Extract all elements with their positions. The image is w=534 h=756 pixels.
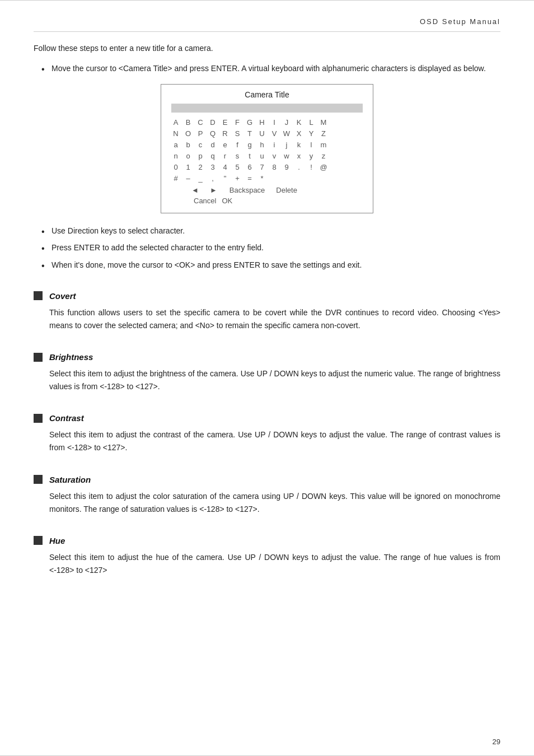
keyboard-section: Camera Title A B C D E F G H I J K L M N… — [34, 84, 500, 213]
covert-body: This function allows users to set the sp… — [34, 306, 500, 332]
section-covert-heading: Covert — [34, 291, 500, 301]
keyboard-input-bar — [171, 104, 363, 113]
ok-key[interactable]: OK — [222, 197, 232, 205]
after-bullet-1: Use Direction keys to select character. — [39, 225, 500, 237]
saturation-title: Saturation — [49, 475, 91, 484]
intro-paragraph: Follow these steps to enter a new title … — [34, 42, 500, 54]
delete-key[interactable]: Delete — [276, 186, 297, 194]
contrast-title: Contrast — [49, 413, 84, 423]
left-arrow-icon[interactable]: ◄ — [191, 186, 199, 194]
section-saturation-heading: Saturation — [34, 475, 500, 484]
keyboard-box: Camera Title A B C D E F G H I J K L M N… — [161, 84, 373, 213]
hue-body: Select this item to adjust the hue of th… — [34, 551, 500, 577]
keyboard-title: Camera Title — [171, 90, 363, 99]
hue-square-icon — [34, 536, 43, 545]
keyboard-cancel-row: Cancel OK — [171, 197, 363, 205]
hue-title: Hue — [49, 536, 65, 545]
right-arrow-icon[interactable]: ► — [210, 186, 217, 194]
brightness-square-icon — [34, 353, 43, 362]
intro-bullet-1: Move the cursor to <Camera Title> and pr… — [39, 62, 500, 74]
after-bullet-3: When it's done, move the cursor to <OK> … — [39, 259, 500, 271]
keyboard-row-2: N O P Q R S T U V W X Y Z — [171, 129, 363, 138]
after-bullet-2: Press ENTER to add the selected characte… — [39, 241, 500, 254]
keyboard-row-4: n o p q r s t u v w x y z — [171, 152, 363, 160]
brightness-body: Select this item to adjust the brightnes… — [34, 367, 500, 393]
brightness-title: Brightness — [49, 352, 93, 362]
saturation-body: Select this item to adjust the color sat… — [34, 490, 500, 516]
page-header: OSD Setup Manual — [34, 17, 500, 32]
contrast-body: Select this item to adjust the contrast … — [34, 428, 500, 454]
keyboard-row-5: 0 1 2 3 4 5 6 7 8 9 . ! @ — [171, 163, 363, 171]
keyboard-row-3: a b c d e f g h i j k l m — [171, 141, 363, 149]
section-hue-heading: Hue — [34, 536, 500, 545]
intro-bullets: Move the cursor to <Camera Title> and pr… — [34, 62, 500, 74]
covert-square-icon — [34, 291, 43, 300]
section-brightness-heading: Brightness — [34, 352, 500, 362]
keyboard-row-1: A B C D E F G H I J K L M — [171, 118, 363, 127]
page-number: 29 — [493, 738, 500, 746]
keyboard-nav-row: ◄ ► Backspace Delete — [171, 186, 363, 194]
backspace-key[interactable]: Backspace — [229, 186, 265, 194]
saturation-square-icon — [34, 475, 43, 484]
contrast-square-icon — [34, 414, 43, 423]
covert-title: Covert — [49, 291, 76, 301]
keyboard-row-6: # – _ , " + = * — [171, 174, 363, 183]
cancel-key[interactable]: Cancel — [194, 197, 216, 205]
section-contrast-heading: Contrast — [34, 413, 500, 423]
after-keyboard-bullets: Use Direction keys to select character. … — [34, 225, 500, 271]
